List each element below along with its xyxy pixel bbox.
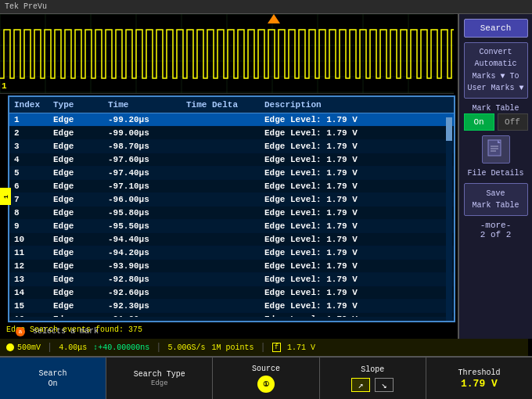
row-desc: Edge Level: 1.79 V bbox=[264, 168, 449, 178]
row-delta bbox=[186, 301, 264, 311]
row-index: 11 bbox=[14, 248, 53, 257]
source-button[interactable]: Source ① bbox=[213, 358, 319, 399]
threshold-value: 1.79 V bbox=[461, 378, 498, 390]
row-time: -98.70μs bbox=[108, 142, 186, 151]
slope-rising-button[interactable]: ↗ bbox=[351, 378, 370, 392]
scrollbar[interactable] bbox=[446, 117, 452, 321]
table-row[interactable]: 6 Edge -97.10μs Edge Level: 1.79 V bbox=[9, 180, 454, 193]
file-details-button[interactable] bbox=[482, 135, 510, 164]
right-panel: Search ConvertAutomaticMarks ▼ ToUser Ma… bbox=[458, 14, 532, 339]
table-row[interactable]: 12 Edge -93.90μs Edge Level: 1.79 V bbox=[9, 260, 454, 273]
selects-text: selects a mark bbox=[33, 327, 99, 336]
row-desc: Edge Level: 1.79 V bbox=[264, 221, 449, 231]
threshold-section: Threshold 1.79 V bbox=[426, 358, 532, 399]
row-index: 10 bbox=[14, 235, 53, 244]
row-index: 4 bbox=[14, 155, 53, 164]
table-row[interactable]: 10 Edge -94.40μs Edge Level: 1.79 V bbox=[9, 233, 454, 246]
row-index: 7 bbox=[14, 195, 53, 204]
scrollbar-thumb[interactable] bbox=[446, 117, 452, 141]
time-div-value: 4.00μs bbox=[59, 343, 87, 352]
bottom-toolbar: SearchOn Search Type Edge Source ① Slope… bbox=[0, 356, 532, 399]
row-delta bbox=[186, 155, 264, 164]
row-index: 3 bbox=[14, 142, 53, 151]
row-index: 14 bbox=[14, 288, 53, 297]
row-type: Edge bbox=[53, 275, 108, 284]
row-delta bbox=[186, 261, 264, 271]
row-index: 16 bbox=[14, 315, 53, 317]
table-body: 1 Edge -99.20μs Edge Level: 1.79 V 2 Edg… bbox=[9, 113, 454, 317]
row-type: Edge bbox=[53, 142, 108, 151]
row-index: 1 bbox=[14, 115, 53, 124]
table-row[interactable]: 11 Edge -94.20μs Edge Level: 1.79 V bbox=[9, 246, 454, 260]
save-mark-table-button[interactable]: SaveMark Table bbox=[464, 183, 528, 217]
search-button[interactable]: Search bbox=[464, 19, 528, 38]
selects-label: a selects a mark bbox=[16, 327, 99, 336]
mark-table-off-toggle[interactable]: Off bbox=[498, 113, 528, 131]
table-row[interactable]: 5 Edge -97.40μs Edge Level: 1.79 V bbox=[9, 167, 454, 180]
table-row[interactable]: 2 Edge -99.00μs Edge Level: 1.79 V bbox=[9, 127, 454, 140]
row-delta bbox=[186, 195, 264, 204]
row-desc: Edge Level: 1.79 V bbox=[264, 128, 449, 138]
slope-falling-button[interactable]: ↘ bbox=[375, 378, 394, 392]
selects-a-icon: a bbox=[16, 327, 25, 336]
table-row[interactable]: 14 Edge -92.60μs Edge Level: 1.79 V bbox=[9, 286, 454, 300]
row-type: Edge bbox=[53, 128, 108, 138]
row-type: Edge bbox=[53, 288, 108, 297]
row-index: 15 bbox=[14, 301, 53, 311]
col-header-delta: Time Delta bbox=[186, 100, 264, 110]
row-time: -97.10μs bbox=[108, 182, 186, 191]
row-type: Edge bbox=[53, 235, 108, 244]
row-delta bbox=[186, 221, 264, 231]
row-delta bbox=[186, 248, 264, 257]
sample-rate-status: 5.00GS/s bbox=[167, 343, 205, 352]
table-row[interactable]: 4 Edge -97.60μs Edge Level: 1.79 V bbox=[9, 153, 454, 167]
row-type: Edge bbox=[53, 261, 108, 271]
row-desc: Edge Level: 1.79 V bbox=[264, 315, 449, 317]
row-delta bbox=[186, 275, 264, 284]
row-type: Edge bbox=[53, 182, 108, 191]
row-desc: Edge Level: 1.79 V bbox=[264, 208, 449, 217]
row-time: -95.50μs bbox=[108, 221, 186, 231]
row-time: -99.00μs bbox=[108, 128, 186, 138]
mark-table-label: Mark Table bbox=[464, 103, 528, 113]
col-header-type: Type bbox=[53, 100, 108, 110]
row-index: 6 bbox=[14, 182, 53, 191]
time-offset-value: ↕+40.00000ns bbox=[93, 343, 149, 352]
row-time: -95.80μs bbox=[108, 208, 186, 217]
table-row[interactable]: 13 Edge -92.80μs Edge Level: 1.79 V bbox=[9, 273, 454, 286]
table-row[interactable]: 9 Edge -95.50μs Edge Level: 1.79 V bbox=[9, 220, 454, 233]
row-time: -97.60μs bbox=[108, 155, 186, 164]
table-row[interactable]: 16 Edge -91.20μs Edge Level: 1.79 V bbox=[9, 313, 454, 317]
table-row[interactable]: 7 Edge -96.00μs Edge Level: 1.79 V bbox=[9, 193, 454, 207]
mark-table-container: Mark Table On Off bbox=[464, 103, 528, 131]
row-index: 9 bbox=[14, 221, 53, 231]
waveform-canvas bbox=[0, 14, 454, 94]
search-type-button[interactable]: Search Type Edge bbox=[106, 358, 213, 399]
row-index: 12 bbox=[14, 261, 53, 271]
more-label: -more-2 of 2 bbox=[480, 221, 512, 239]
row-desc: Edge Level: 1.79 V bbox=[264, 195, 449, 204]
search-type-label: Search Type bbox=[134, 369, 185, 379]
table-row[interactable]: 15 Edge -92.30μs Edge Level: 1.79 V bbox=[9, 300, 454, 313]
table-row[interactable]: 8 Edge -95.80μs Edge Level: 1.79 V bbox=[9, 207, 454, 220]
row-desc: Edge Level: 1.79 V bbox=[264, 142, 449, 151]
convert-button[interactable]: ConvertAutomaticMarks ▼ ToUser Marks ▼ bbox=[464, 42, 528, 99]
row-time: -99.20μs bbox=[108, 115, 186, 124]
slope-arrows: ↗ ↘ bbox=[351, 378, 394, 392]
row-time: -97.40μs bbox=[108, 168, 186, 178]
search-on-button[interactable]: SearchOn bbox=[0, 358, 106, 399]
row-type: Edge bbox=[53, 168, 108, 178]
ch1-dot bbox=[6, 343, 14, 351]
table-row[interactable]: 1 Edge -99.20μs Edge Level: 1.79 V bbox=[9, 113, 454, 127]
voltage-measure-status: 1.71 V bbox=[287, 343, 315, 352]
row-desc: Edge Level: 1.79 V bbox=[264, 235, 449, 244]
table-row[interactable]: 3 Edge -98.70μs Edge Level: 1.79 V bbox=[9, 140, 454, 153]
time-offset-status: ↕+40.00000ns bbox=[93, 343, 149, 352]
voltage-value: 500mV bbox=[17, 343, 41, 352]
row-index: 2 bbox=[14, 128, 53, 138]
mark-table-on-toggle[interactable]: On bbox=[464, 113, 494, 131]
waveform-area bbox=[0, 14, 454, 94]
title-text: Tek PreVu bbox=[5, 2, 47, 11]
row-desc: Edge Level: 1.79 V bbox=[264, 301, 449, 311]
row-delta bbox=[186, 182, 264, 191]
